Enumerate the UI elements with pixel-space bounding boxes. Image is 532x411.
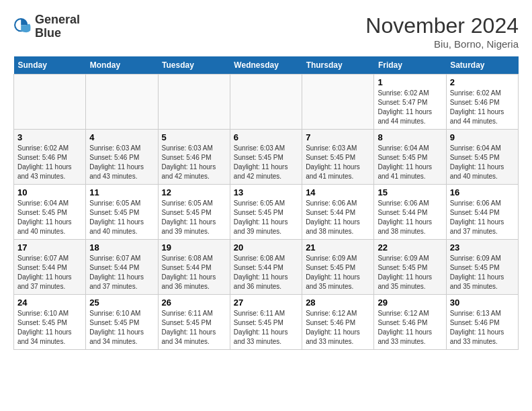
weekday-saturday: Saturday bbox=[446, 56, 518, 75]
calendar-cell: 29Sunrise: 6:12 AM Sunset: 5:46 PM Dayli… bbox=[374, 295, 446, 350]
calendar-cell: 14Sunrise: 6:06 AM Sunset: 5:44 PM Dayli… bbox=[302, 185, 374, 240]
calendar-week-5: 24Sunrise: 6:10 AM Sunset: 5:45 PM Dayli… bbox=[14, 295, 519, 350]
day-info: Sunrise: 6:03 AM Sunset: 5:46 PM Dayligh… bbox=[162, 144, 226, 181]
day-number: 9 bbox=[450, 132, 515, 142]
calendar-week-2: 3Sunrise: 6:02 AM Sunset: 5:46 PM Daylig… bbox=[14, 130, 519, 185]
calendar-body: 1Sunrise: 6:02 AM Sunset: 5:47 PM Daylig… bbox=[14, 75, 519, 350]
calendar-cell bbox=[230, 75, 302, 130]
weekday-thursday: Thursday bbox=[302, 56, 374, 75]
day-info: Sunrise: 6:03 AM Sunset: 5:45 PM Dayligh… bbox=[234, 144, 298, 181]
weekday-monday: Monday bbox=[86, 56, 158, 75]
calendar-cell: 8Sunrise: 6:04 AM Sunset: 5:45 PM Daylig… bbox=[374, 130, 446, 185]
day-info: Sunrise: 6:05 AM Sunset: 5:45 PM Dayligh… bbox=[162, 199, 226, 236]
day-number: 17 bbox=[17, 242, 82, 253]
calendar-cell: 16Sunrise: 6:06 AM Sunset: 5:44 PM Dayli… bbox=[446, 185, 518, 240]
day-info: Sunrise: 6:10 AM Sunset: 5:45 PM Dayligh… bbox=[17, 309, 82, 347]
day-number: 1 bbox=[378, 77, 442, 87]
day-info: Sunrise: 6:02 AM Sunset: 5:46 PM Dayligh… bbox=[17, 144, 82, 181]
day-number: 23 bbox=[450, 242, 515, 253]
day-info: Sunrise: 6:06 AM Sunset: 5:44 PM Dayligh… bbox=[306, 199, 370, 236]
day-info: Sunrise: 6:03 AM Sunset: 5:46 PM Dayligh… bbox=[89, 144, 154, 181]
calendar-table: SundayMondayTuesdayWednesdayThursdayFrid… bbox=[13, 56, 519, 350]
day-number: 13 bbox=[234, 187, 298, 197]
calendar-week-3: 10Sunrise: 6:04 AM Sunset: 5:45 PM Dayli… bbox=[14, 185, 519, 240]
day-number: 27 bbox=[234, 298, 298, 308]
day-info: Sunrise: 6:12 AM Sunset: 5:46 PM Dayligh… bbox=[378, 309, 442, 347]
day-number: 14 bbox=[306, 187, 370, 197]
day-number: 8 bbox=[378, 132, 442, 142]
calendar-cell: 18Sunrise: 6:07 AM Sunset: 5:44 PM Dayli… bbox=[86, 240, 158, 295]
weekday-sunday: Sunday bbox=[14, 56, 86, 75]
calendar-cell: 19Sunrise: 6:08 AM Sunset: 5:44 PM Dayli… bbox=[158, 240, 230, 295]
calendar-cell: 17Sunrise: 6:07 AM Sunset: 5:44 PM Dayli… bbox=[14, 240, 86, 295]
weekday-tuesday: Tuesday bbox=[158, 56, 230, 75]
day-info: Sunrise: 6:08 AM Sunset: 5:44 PM Dayligh… bbox=[162, 254, 226, 291]
calendar-cell: 5Sunrise: 6:03 AM Sunset: 5:46 PM Daylig… bbox=[158, 130, 230, 185]
day-number: 3 bbox=[17, 132, 82, 142]
day-info: Sunrise: 6:09 AM Sunset: 5:45 PM Dayligh… bbox=[306, 254, 370, 291]
calendar-cell bbox=[86, 75, 158, 130]
calendar-cell: 6Sunrise: 6:03 AM Sunset: 5:45 PM Daylig… bbox=[230, 130, 302, 185]
calendar-cell: 1Sunrise: 6:02 AM Sunset: 5:47 PM Daylig… bbox=[374, 75, 446, 130]
day-info: Sunrise: 6:09 AM Sunset: 5:45 PM Dayligh… bbox=[378, 254, 442, 291]
day-number: 15 bbox=[378, 187, 442, 197]
day-info: Sunrise: 6:06 AM Sunset: 5:44 PM Dayligh… bbox=[378, 199, 442, 236]
day-info: Sunrise: 6:11 AM Sunset: 5:45 PM Dayligh… bbox=[234, 309, 298, 347]
day-info: Sunrise: 6:07 AM Sunset: 5:44 PM Dayligh… bbox=[17, 254, 82, 291]
day-number: 28 bbox=[306, 298, 370, 308]
logo-icon bbox=[13, 17, 32, 36]
day-number: 7 bbox=[306, 132, 370, 142]
calendar-cell: 30Sunrise: 6:13 AM Sunset: 5:46 PM Dayli… bbox=[446, 295, 518, 350]
day-info: Sunrise: 6:11 AM Sunset: 5:45 PM Dayligh… bbox=[162, 309, 226, 347]
logo: General Blue bbox=[13, 13, 80, 40]
day-number: 19 bbox=[162, 242, 226, 253]
day-number: 25 bbox=[89, 298, 154, 308]
calendar-cell: 24Sunrise: 6:10 AM Sunset: 5:45 PM Dayli… bbox=[14, 295, 86, 350]
location: Biu, Borno, Nigeria bbox=[365, 38, 519, 50]
calendar-cell: 27Sunrise: 6:11 AM Sunset: 5:45 PM Dayli… bbox=[230, 295, 302, 350]
day-info: Sunrise: 6:09 AM Sunset: 5:45 PM Dayligh… bbox=[450, 254, 515, 291]
calendar-cell: 13Sunrise: 6:05 AM Sunset: 5:45 PM Dayli… bbox=[230, 185, 302, 240]
month-title: November 2024 bbox=[365, 13, 519, 38]
calendar-cell bbox=[302, 75, 374, 130]
calendar-cell: 10Sunrise: 6:04 AM Sunset: 5:45 PM Dayli… bbox=[14, 185, 86, 240]
day-number: 18 bbox=[89, 242, 154, 253]
calendar-cell bbox=[158, 75, 230, 130]
day-info: Sunrise: 6:04 AM Sunset: 5:45 PM Dayligh… bbox=[378, 144, 442, 181]
calendar-week-1: 1Sunrise: 6:02 AM Sunset: 5:47 PM Daylig… bbox=[14, 75, 519, 130]
calendar-cell: 23Sunrise: 6:09 AM Sunset: 5:45 PM Dayli… bbox=[446, 240, 518, 295]
day-number: 4 bbox=[89, 132, 154, 142]
calendar-header: SundayMondayTuesdayWednesdayThursdayFrid… bbox=[14, 56, 519, 75]
weekday-friday: Friday bbox=[374, 56, 446, 75]
day-info: Sunrise: 6:13 AM Sunset: 5:46 PM Dayligh… bbox=[450, 309, 515, 347]
calendar-cell: 7Sunrise: 6:03 AM Sunset: 5:45 PM Daylig… bbox=[302, 130, 374, 185]
day-number: 11 bbox=[89, 187, 154, 197]
calendar-cell: 2Sunrise: 6:02 AM Sunset: 5:46 PM Daylig… bbox=[446, 75, 518, 130]
day-number: 21 bbox=[306, 242, 370, 253]
calendar-cell: 21Sunrise: 6:09 AM Sunset: 5:45 PM Dayli… bbox=[302, 240, 374, 295]
day-number: 20 bbox=[234, 242, 298, 253]
calendar-cell: 26Sunrise: 6:11 AM Sunset: 5:45 PM Dayli… bbox=[158, 295, 230, 350]
weekday-wednesday: Wednesday bbox=[230, 56, 302, 75]
day-info: Sunrise: 6:05 AM Sunset: 5:45 PM Dayligh… bbox=[234, 199, 298, 236]
day-info: Sunrise: 6:10 AM Sunset: 5:45 PM Dayligh… bbox=[89, 309, 154, 347]
day-number: 5 bbox=[162, 132, 226, 142]
day-number: 16 bbox=[450, 187, 515, 197]
day-number: 22 bbox=[378, 242, 442, 253]
weekday-header-row: SundayMondayTuesdayWednesdayThursdayFrid… bbox=[14, 56, 519, 75]
day-number: 6 bbox=[234, 132, 298, 142]
calendar-cell: 9Sunrise: 6:04 AM Sunset: 5:45 PM Daylig… bbox=[446, 130, 518, 185]
calendar-cell: 25Sunrise: 6:10 AM Sunset: 5:45 PM Dayli… bbox=[86, 295, 158, 350]
day-info: Sunrise: 6:04 AM Sunset: 5:45 PM Dayligh… bbox=[17, 199, 82, 236]
day-number: 24 bbox=[17, 298, 82, 308]
day-number: 30 bbox=[450, 298, 515, 308]
calendar-week-4: 17Sunrise: 6:07 AM Sunset: 5:44 PM Dayli… bbox=[14, 240, 519, 295]
calendar-cell: 3Sunrise: 6:02 AM Sunset: 5:46 PM Daylig… bbox=[14, 130, 86, 185]
day-number: 29 bbox=[378, 298, 442, 308]
day-info: Sunrise: 6:06 AM Sunset: 5:44 PM Dayligh… bbox=[450, 199, 515, 236]
day-number: 26 bbox=[162, 298, 226, 308]
calendar-cell: 28Sunrise: 6:12 AM Sunset: 5:46 PM Dayli… bbox=[302, 295, 374, 350]
day-number: 12 bbox=[162, 187, 226, 197]
day-info: Sunrise: 6:02 AM Sunset: 5:47 PM Dayligh… bbox=[378, 89, 442, 126]
calendar-cell: 12Sunrise: 6:05 AM Sunset: 5:45 PM Dayli… bbox=[158, 185, 230, 240]
